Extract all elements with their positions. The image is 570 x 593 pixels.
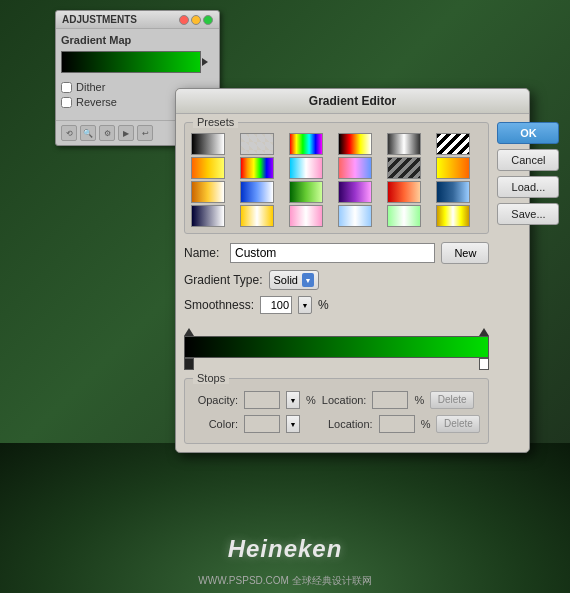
ok-button[interactable]: OK bbox=[497, 122, 559, 144]
maximize-btn[interactable] bbox=[203, 15, 213, 25]
opacity-location-label: Location: bbox=[322, 394, 367, 406]
color-location-input[interactable] bbox=[379, 415, 415, 433]
panel-name: Gradient Map bbox=[61, 34, 214, 46]
smoothness-label: Smoothness: bbox=[184, 298, 254, 312]
name-label: Name: bbox=[184, 246, 224, 260]
gradient-editor-title: Gradient Editor bbox=[176, 89, 529, 114]
heineken-label: Heineken bbox=[228, 535, 343, 563]
preset-swatch-3[interactable] bbox=[289, 133, 323, 155]
opacity-location-input[interactable] bbox=[372, 391, 408, 409]
preset-swatch-11[interactable] bbox=[387, 157, 421, 179]
preset-swatch-12[interactable] bbox=[436, 157, 470, 179]
ge-buttons: OK Cancel Load... Save... bbox=[497, 122, 559, 444]
tool-icon-2[interactable]: 🔍 bbox=[80, 125, 96, 141]
stops-group: Stops Opacity: ▼ % Location: % Delete Co… bbox=[184, 378, 489, 444]
preset-swatch-19[interactable] bbox=[191, 205, 225, 227]
minimize-btn[interactable] bbox=[191, 15, 201, 25]
new-button[interactable]: New bbox=[441, 242, 489, 264]
adjustments-title: ADJUSTMENTS bbox=[62, 14, 137, 25]
color-row: Color: ▼ Location: % Delete bbox=[193, 415, 480, 433]
website-label: WWW.PSPSD.COM 全球经典设计联网 bbox=[0, 574, 570, 588]
preset-swatch-2[interactable] bbox=[240, 133, 274, 155]
close-btn[interactable] bbox=[179, 15, 189, 25]
preset-swatch-4[interactable] bbox=[338, 133, 372, 155]
color-stop-white[interactable] bbox=[479, 358, 489, 370]
gradient-type-value: Solid bbox=[274, 274, 298, 286]
smoothness-input[interactable] bbox=[260, 296, 292, 314]
preset-swatch-16[interactable] bbox=[338, 181, 372, 203]
presets-legend: Presets bbox=[193, 116, 238, 128]
gradient-editor-dialog: Gradient Editor Presets bbox=[175, 88, 530, 453]
gradient-type-row: Gradient Type: Solid ▼ bbox=[184, 270, 489, 290]
color-dropdown-icon[interactable]: ▼ bbox=[286, 415, 300, 433]
toolbar-icons: ⟲ 🔍 ⚙ ▶ ↩ bbox=[61, 125, 153, 141]
preset-swatch-23[interactable] bbox=[387, 205, 421, 227]
gradient-editor-main: Presets bbox=[184, 122, 489, 444]
preset-swatch-6[interactable] bbox=[436, 133, 470, 155]
color-stop-black[interactable] bbox=[184, 358, 194, 370]
preset-swatch-15[interactable] bbox=[289, 181, 323, 203]
tool-icon-3[interactable]: ⚙ bbox=[99, 125, 115, 141]
opacity-label: Opacity: bbox=[193, 394, 238, 406]
tool-icon-4[interactable]: ▶ bbox=[118, 125, 134, 141]
preset-swatch-5[interactable] bbox=[387, 133, 421, 155]
opacity-row: Opacity: ▼ % Location: % Delete bbox=[193, 391, 480, 409]
smoothness-row: Smoothness: ▼ % bbox=[184, 296, 489, 314]
preset-swatch-10[interactable] bbox=[338, 157, 372, 179]
gradient-bar-area bbox=[184, 322, 489, 372]
tool-icon-1[interactable]: ⟲ bbox=[61, 125, 77, 141]
presets-group: Presets bbox=[184, 122, 489, 234]
gradient-arrow-icon bbox=[202, 58, 208, 66]
preset-swatch-20[interactable] bbox=[240, 205, 274, 227]
adjustments-titlebar: ADJUSTMENTS bbox=[56, 11, 219, 29]
color-label: Color: bbox=[193, 418, 238, 430]
preset-swatch-9[interactable] bbox=[289, 157, 323, 179]
smoothness-dropdown-icon[interactable]: ▼ bbox=[298, 296, 312, 314]
tool-icon-5[interactable]: ↩ bbox=[137, 125, 153, 141]
presets-grid bbox=[191, 133, 482, 227]
stops-legend: Stops bbox=[193, 372, 229, 384]
opacity-delete-button: Delete bbox=[430, 391, 474, 409]
load-button[interactable]: Load... bbox=[497, 176, 559, 198]
preset-swatch-24[interactable] bbox=[436, 205, 470, 227]
opacity-dropdown-icon[interactable]: ▼ bbox=[286, 391, 300, 409]
bottle-area bbox=[0, 443, 570, 593]
preset-swatch-21[interactable] bbox=[289, 205, 323, 227]
color-loc-pct: % bbox=[421, 418, 431, 430]
preset-swatch-18[interactable] bbox=[436, 181, 470, 203]
color-delete-button: Delete bbox=[436, 415, 480, 433]
preset-swatch-1[interactable] bbox=[191, 133, 225, 155]
opacity-stop-right[interactable] bbox=[479, 328, 489, 336]
opacity-stop-left[interactable] bbox=[184, 328, 194, 336]
preset-swatch-17[interactable] bbox=[387, 181, 421, 203]
color-input[interactable] bbox=[244, 415, 280, 433]
preset-swatch-7[interactable] bbox=[191, 157, 225, 179]
gradient-top-stops bbox=[184, 322, 489, 336]
reverse-checkbox[interactable] bbox=[61, 97, 72, 108]
preset-swatch-22[interactable] bbox=[338, 205, 372, 227]
name-input[interactable] bbox=[230, 243, 435, 263]
opacity-pct: % bbox=[306, 394, 316, 406]
gradient-editor-body: Presets bbox=[176, 114, 529, 452]
name-row: Name: New bbox=[184, 242, 489, 264]
dither-checkbox[interactable] bbox=[61, 82, 72, 93]
dither-label: Dither bbox=[76, 81, 105, 93]
gradient-type-label: Gradient Type: bbox=[184, 273, 263, 287]
gradient-main-bar[interactable] bbox=[184, 336, 489, 358]
preset-swatch-8[interactable] bbox=[240, 157, 274, 179]
reverse-label: Reverse bbox=[76, 96, 117, 108]
opacity-loc-pct: % bbox=[414, 394, 424, 406]
gradient-type-select[interactable]: Solid ▼ bbox=[269, 270, 319, 290]
gradient-preview-bar[interactable] bbox=[61, 51, 201, 73]
smoothness-pct: % bbox=[318, 298, 329, 312]
cancel-button[interactable]: Cancel bbox=[497, 149, 559, 171]
opacity-input[interactable] bbox=[244, 391, 280, 409]
preset-swatch-13[interactable] bbox=[191, 181, 225, 203]
panel-controls bbox=[179, 15, 213, 25]
gradient-type-arrow-icon: ▼ bbox=[302, 273, 314, 287]
color-location-label: Location: bbox=[328, 418, 373, 430]
gradient-bottom-area bbox=[184, 358, 489, 372]
save-button[interactable]: Save... bbox=[497, 203, 559, 225]
preset-swatch-14[interactable] bbox=[240, 181, 274, 203]
